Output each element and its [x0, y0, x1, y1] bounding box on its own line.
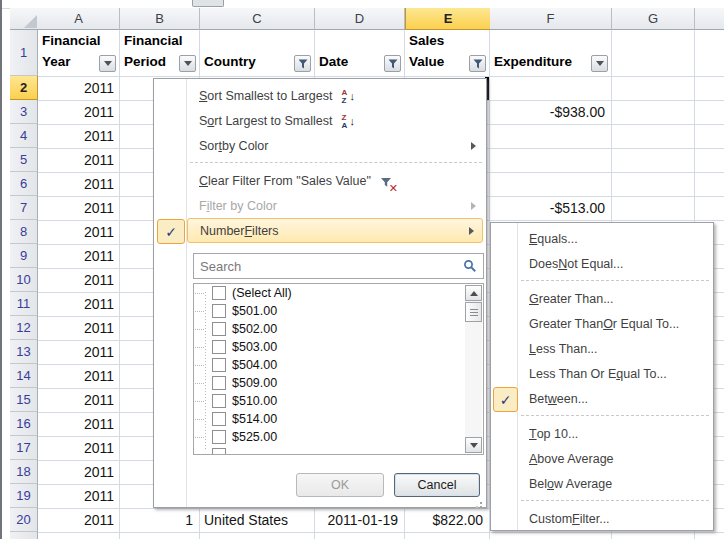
filter-value-item-51000[interactable]: $510.00 — [194, 392, 483, 410]
filter-value-item-50100[interactable]: $501.00 — [194, 302, 483, 320]
row-header-12[interactable]: 12 — [10, 316, 38, 340]
filter-value-item-50900[interactable]: $509.00 — [194, 374, 483, 392]
search-input[interactable] — [198, 256, 452, 277]
cell-A2[interactable]: 2011 — [38, 77, 114, 99]
cell-A11[interactable]: 2011 — [38, 293, 114, 315]
cell-F3[interactable]: -$938.00 — [490, 101, 605, 123]
filter-value-item-50200[interactable]: $502.00 — [194, 320, 483, 338]
submenu-item-top-10[interactable]: Top 10... — [491, 421, 713, 446]
row-header-1[interactable]: 1 — [10, 30, 38, 76]
menu-item-clear-filter-from-sales-value[interactable]: Clear Filter From "Sales Value"✕ — [154, 168, 486, 193]
cell-A20[interactable]: 2011 — [38, 509, 114, 531]
checkbox-icon[interactable] — [212, 322, 226, 336]
filter-button-f[interactable] — [591, 55, 608, 72]
filter-button-b[interactable] — [179, 55, 196, 72]
row-header-2[interactable]: 2 — [10, 76, 38, 100]
row-header-9[interactable]: 9 — [10, 244, 38, 268]
filter-value-item-SelectAll[interactable]: (Select All) — [194, 284, 483, 302]
cell-A12[interactable]: 2011 — [38, 317, 114, 339]
resize-grip[interactable] — [480, 502, 482, 504]
checkbox-icon[interactable] — [212, 448, 226, 455]
cell-C20[interactable]: United States — [204, 509, 312, 531]
magnifier-icon[interactable] — [463, 259, 477, 273]
row-header-3[interactable]: 3 — [10, 100, 38, 124]
menu-item-filter-by-color[interactable]: Filter by Color — [154, 193, 486, 218]
row-header-10[interactable]: 10 — [10, 268, 38, 292]
checkbox-icon[interactable] — [212, 394, 226, 408]
cell-A10[interactable]: 2011 — [38, 269, 114, 291]
row-header-5[interactable]: 5 — [10, 148, 38, 172]
value-list-scrollbar[interactable] — [465, 285, 482, 453]
menu-item-number-filters[interactable]: Number Filters — [187, 218, 483, 243]
submenu-item-less-than-or-equal-to[interactable]: Less Than Or Equal To... — [491, 361, 713, 386]
cell-A9[interactable]: 2011 — [38, 245, 114, 267]
checkbox-icon[interactable] — [212, 304, 226, 318]
submenu-item-less-than[interactable]: Less Than... — [491, 336, 713, 361]
cell-D20[interactable]: 2011-01-19 — [315, 509, 398, 531]
row-header-16[interactable]: 16 — [10, 412, 38, 436]
column-header-E[interactable]: E — [405, 8, 491, 30]
menu-item-sort-largest-to-smallest[interactable]: Sort Largest to SmallestZA↓ — [154, 108, 486, 133]
row-header-17[interactable]: 17 — [10, 436, 38, 460]
submenu-item-does-not-equal[interactable]: Does Not Equal... — [491, 251, 713, 276]
row-header-19[interactable]: 19 — [10, 484, 38, 508]
row-header-14[interactable]: 14 — [10, 364, 38, 388]
checkbox-icon[interactable] — [212, 412, 226, 426]
row-header-15[interactable]: 15 — [10, 388, 38, 412]
scroll-up-button[interactable] — [465, 285, 482, 301]
submenu-item-greater-than-or-equal-to[interactable]: Greater Than Or Equal To... — [491, 311, 713, 336]
select-all-corner[interactable] — [10, 8, 39, 30]
submenu-item-between[interactable]: Between... — [491, 386, 713, 411]
checkbox-icon[interactable] — [212, 340, 226, 354]
filter-value-item-50300[interactable]: $503.00 — [194, 338, 483, 356]
cell-A18[interactable]: 2011 — [38, 461, 114, 483]
filter-value-item-partial[interactable] — [194, 446, 483, 455]
menu-item-sort-smallest-to-largest[interactable]: Sort Smallest to LargestAZ↓ — [154, 83, 486, 108]
checkbox-icon[interactable] — [212, 358, 226, 372]
cell-A16[interactable]: 2011 — [38, 413, 114, 435]
submenu-item-below-average[interactable]: Below Average — [491, 471, 713, 496]
cell-A15[interactable]: 2011 — [38, 389, 114, 411]
column-header-D[interactable]: D — [315, 8, 405, 30]
row-header-13[interactable]: 13 — [10, 340, 38, 364]
submenu-item-greater-than[interactable]: Greater Than... — [491, 286, 713, 311]
checkbox-icon[interactable] — [212, 286, 226, 300]
cell-A5[interactable]: 2011 — [38, 149, 114, 171]
menu-item-sort-by-color[interactable]: Sort by Color — [154, 133, 486, 158]
cell-A17[interactable]: 2011 — [38, 437, 114, 459]
column-header-A[interactable]: A — [38, 8, 120, 30]
cell-F7[interactable]: -$513.00 — [490, 197, 605, 219]
column-header-G[interactable]: G — [612, 8, 695, 30]
row-header-8[interactable]: 8 — [10, 220, 38, 244]
cell-A13[interactable]: 2011 — [38, 341, 114, 363]
row-header-7[interactable]: 7 — [10, 196, 38, 220]
filter-button-e[interactable] — [469, 55, 486, 72]
submenu-item-equals[interactable]: Equals... — [491, 226, 713, 251]
row-header-partial[interactable] — [10, 532, 38, 539]
submenu-item-above-average[interactable]: Above Average — [491, 446, 713, 471]
filter-value-item-51400[interactable]: $514.00 — [194, 410, 483, 428]
filter-button-d[interactable] — [384, 55, 401, 72]
filter-button-a[interactable] — [99, 55, 116, 72]
filter-button-c[interactable] — [294, 55, 311, 72]
cell-A7[interactable]: 2011 — [38, 197, 114, 219]
cell-A3[interactable]: 2011 — [38, 101, 114, 123]
scrollbar-thumb[interactable] — [465, 302, 482, 322]
row-header-4[interactable]: 4 — [10, 124, 38, 148]
cell-A8[interactable]: 2011 — [38, 221, 114, 243]
column-header-B[interactable]: B — [120, 8, 200, 30]
checkbox-icon[interactable] — [212, 430, 226, 444]
column-header-F[interactable]: F — [490, 8, 612, 30]
submenu-item-custom-filter[interactable]: Custom Filter... — [491, 506, 713, 531]
cell-B20[interactable]: 1 — [120, 509, 193, 531]
row-header-20[interactable]: 20 — [10, 508, 38, 532]
row-header-18[interactable]: 18 — [10, 460, 38, 484]
filter-value-item-50400[interactable]: $504.00 — [194, 356, 483, 374]
cell-A19[interactable]: 2011 — [38, 485, 114, 507]
filter-value-item-52500[interactable]: $525.00 — [194, 428, 483, 446]
cell-A14[interactable]: 2011 — [38, 365, 114, 387]
cell-A6[interactable]: 2011 — [38, 173, 114, 195]
row-header-6[interactable]: 6 — [10, 172, 38, 196]
cell-E20[interactable]: $822.00 — [405, 509, 483, 531]
pane-splitter-handle[interactable] — [192, 0, 224, 7]
